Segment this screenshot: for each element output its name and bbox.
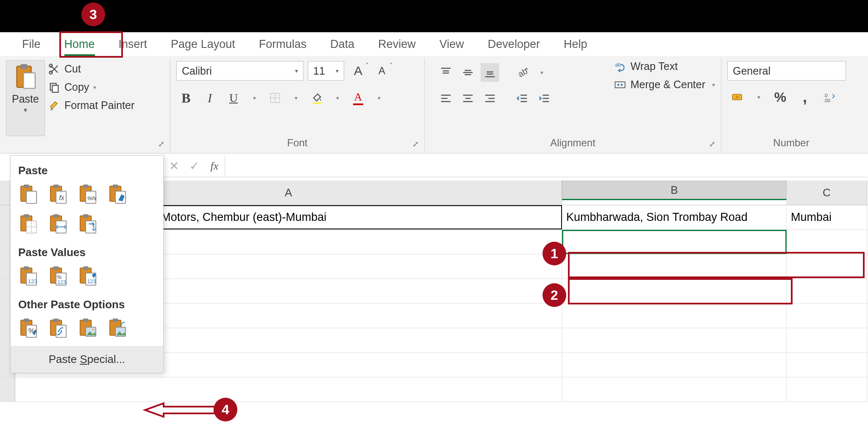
- orientation-button[interactable]: ab: [513, 63, 531, 82]
- cell[interactable]: [787, 328, 867, 352]
- format-painter-button[interactable]: Format Painter: [48, 99, 134, 112]
- percent-button[interactable]: %: [771, 87, 790, 107]
- paste-dropdown: Paste fx %fx Paste Values 123 %123 123 O…: [10, 155, 164, 373]
- cell[interactable]: [562, 353, 787, 377]
- paste-values-numfmt-icon[interactable]: %123: [48, 266, 68, 286]
- paste-no-borders-icon[interactable]: [18, 214, 39, 234]
- insert-function-button[interactable]: fx: [204, 156, 225, 176]
- align-right-button[interactable]: [481, 89, 499, 108]
- tab-developer[interactable]: Developer: [476, 33, 552, 56]
- paste-formatting-icon[interactable]: %: [18, 318, 39, 338]
- font-name-select[interactable]: Calibri▾: [176, 61, 303, 81]
- cell[interactable]: [562, 328, 787, 352]
- align-middle-icon: [462, 66, 474, 79]
- underline-button[interactable]: U: [224, 88, 243, 108]
- cell-b2-selected[interactable]: [562, 230, 787, 254]
- svg-text:123: 123: [87, 279, 96, 285]
- chevron-down-icon[interactable]: ▾: [372, 88, 386, 108]
- tab-insert[interactable]: Insert: [107, 33, 159, 56]
- cell[interactable]: [562, 304, 787, 328]
- tab-data[interactable]: Data: [318, 33, 366, 56]
- paste-transpose-icon[interactable]: [78, 214, 98, 234]
- svg-point-3: [49, 71, 52, 74]
- svg-point-39: [736, 96, 739, 99]
- font-color-button[interactable]: A: [348, 88, 368, 108]
- dialog-launcher-icon[interactable]: ⤢: [412, 139, 422, 149]
- chevron-down-icon[interactable]: ▾: [535, 63, 548, 82]
- dialog-launcher-icon[interactable]: ⤢: [158, 139, 167, 149]
- paste-formulas-icon[interactable]: fx: [48, 184, 68, 204]
- row-header[interactable]: [0, 377, 15, 402]
- wrap-text-button[interactable]: ab Wrap Text: [614, 60, 715, 73]
- svg-rect-46: [53, 184, 58, 188]
- decrease-font-button[interactable]: A˅: [372, 61, 392, 81]
- paste-values-srcfmt-icon[interactable]: 123: [78, 266, 98, 286]
- align-bottom-button[interactable]: [481, 63, 499, 82]
- cell[interactable]: [562, 279, 787, 303]
- paste-picture-icon[interactable]: [78, 318, 98, 338]
- cell[interactable]: [562, 377, 787, 402]
- tab-review[interactable]: Review: [366, 33, 428, 56]
- accounting-format-button[interactable]: [727, 87, 747, 107]
- svg-rect-77: [83, 266, 88, 270]
- bold-button[interactable]: B: [176, 88, 196, 108]
- tab-help[interactable]: Help: [552, 33, 599, 56]
- copy-button[interactable]: Copy ▾: [48, 81, 134, 93]
- column-header-c[interactable]: C: [787, 181, 867, 205]
- cell[interactable]: [787, 279, 867, 303]
- align-center-button[interactable]: [459, 89, 477, 108]
- cell[interactable]: [787, 304, 867, 328]
- cell[interactable]: [787, 377, 867, 402]
- column-header-b[interactable]: B: [562, 181, 787, 200]
- fill-color-button[interactable]: [307, 88, 326, 108]
- chevron-down-icon[interactable]: ▾: [248, 88, 261, 108]
- cell[interactable]: [787, 353, 867, 377]
- dialog-launcher-icon[interactable]: ⤢: [709, 139, 718, 149]
- chevron-down-icon[interactable]: ▾: [331, 88, 344, 108]
- formula-input[interactable]: [225, 156, 868, 176]
- borders-button[interactable]: [265, 88, 285, 108]
- cell[interactable]: [562, 254, 787, 279]
- paste-keep-source-icon[interactable]: [107, 184, 128, 204]
- align-middle-button[interactable]: [459, 63, 477, 82]
- scissors-icon: [48, 63, 60, 75]
- cell-b1[interactable]: Kumbharwada, Sion Trombay Road: [562, 205, 787, 229]
- increase-indent-button[interactable]: [535, 89, 554, 108]
- font-name-value: Calibri: [182, 65, 212, 77]
- cell[interactable]: [787, 254, 867, 279]
- decrease-indent-button[interactable]: [513, 89, 531, 108]
- enter-button[interactable]: ✓: [184, 156, 204, 176]
- increase-font-button[interactable]: A˄: [348, 61, 368, 81]
- decrease-indent-icon: [516, 92, 529, 105]
- tab-formulas[interactable]: Formulas: [247, 33, 319, 56]
- paste-link-icon[interactable]: [48, 318, 68, 338]
- svg-rect-1: [21, 64, 28, 69]
- cell-c1[interactable]: Mumbai: [787, 205, 867, 229]
- tab-page-layout[interactable]: Page Layout: [159, 33, 247, 56]
- paste-special-menu-item[interactable]: Paste Special...: [11, 346, 163, 373]
- paste-all-icon[interactable]: [18, 184, 39, 204]
- cut-button[interactable]: Cut: [48, 63, 134, 75]
- align-left-button[interactable]: [437, 89, 455, 108]
- number-format-select[interactable]: General: [727, 61, 846, 81]
- paste-formulas-numfmt-icon[interactable]: %fx: [78, 184, 98, 204]
- tab-home[interactable]: Home: [53, 33, 107, 56]
- tab-file[interactable]: File: [10, 33, 53, 56]
- paste-keep-widths-icon[interactable]: [48, 214, 68, 234]
- italic-button[interactable]: I: [200, 88, 220, 108]
- increase-decimal-button[interactable]: .0.00: [820, 87, 839, 107]
- paste-linked-picture-icon[interactable]: [107, 318, 128, 338]
- svg-rect-57: [24, 214, 29, 218]
- paste-values-icon[interactable]: 123: [18, 266, 39, 286]
- cancel-button[interactable]: ✕: [164, 156, 184, 176]
- paste-button[interactable]: Paste ▾: [6, 60, 45, 136]
- merge-center-button[interactable]: Merge & Center ▾: [614, 78, 715, 91]
- cell[interactable]: [15, 377, 562, 402]
- font-size-select[interactable]: 11▾: [308, 61, 344, 81]
- tab-view[interactable]: View: [428, 33, 476, 56]
- align-top-button[interactable]: [437, 63, 455, 82]
- chevron-down-icon[interactable]: ▾: [289, 88, 303, 108]
- chevron-down-icon[interactable]: ▾: [752, 87, 765, 107]
- cell[interactable]: [787, 230, 867, 254]
- comma-button[interactable]: ,: [795, 87, 815, 107]
